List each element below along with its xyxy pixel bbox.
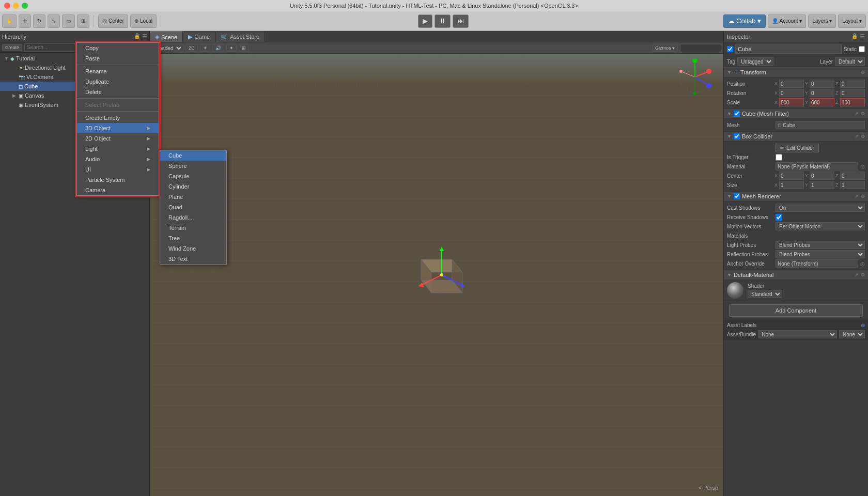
submenu-item-quad[interactable]: Quad bbox=[160, 202, 226, 212]
receive-shadows-checkbox[interactable] bbox=[776, 214, 782, 221]
inspector-lock-icon[interactable]: 🔒 bbox=[851, 33, 858, 40]
lighting-button[interactable]: ☀ bbox=[200, 44, 210, 52]
menu-item-duplicate[interactable]: Duplicate bbox=[77, 76, 159, 87]
position-y-input[interactable] bbox=[810, 80, 834, 88]
asset-bundle-dropdown[interactable]: None bbox=[758, 330, 837, 338]
tab-game[interactable]: ▶ Game bbox=[183, 32, 215, 42]
close-button[interactable] bbox=[4, 3, 10, 9]
layout-button[interactable]: Layout ▾ bbox=[838, 14, 866, 28]
inspector-menu-icon[interactable]: ☰ bbox=[860, 33, 865, 40]
cast-shadows-dropdown[interactable]: On bbox=[776, 204, 865, 212]
mesh-renderer-enabled[interactable] bbox=[734, 193, 740, 199]
rotation-x-input[interactable] bbox=[779, 89, 804, 97]
submenu-item-3d-text[interactable]: 3D Text bbox=[160, 254, 226, 264]
menu-item-2d-object[interactable]: 2D Object ▶ bbox=[77, 133, 159, 144]
menu-item-copy[interactable]: Copy bbox=[77, 43, 159, 53]
position-x-input[interactable] bbox=[779, 80, 804, 88]
position-z-input[interactable] bbox=[840, 80, 865, 88]
transform-tool[interactable]: ⊞ bbox=[77, 14, 89, 28]
scale-x-input[interactable] bbox=[779, 98, 804, 106]
2d-button[interactable]: 2D bbox=[185, 44, 198, 52]
edit-collider-button[interactable]: ✏ Edit Collider bbox=[776, 144, 819, 152]
material-header[interactable]: ▼ Default-Material ↗ ⚙ bbox=[724, 270, 868, 280]
object-name-input[interactable] bbox=[735, 44, 842, 54]
local-button[interactable]: ⊕ Local bbox=[130, 14, 157, 28]
motion-vectors-dropdown[interactable]: Per Object Motion bbox=[776, 222, 865, 230]
pause-button[interactable]: ⏸ bbox=[435, 14, 451, 28]
box-collider-header[interactable]: ▼ Box Collider ↗ ⚙ bbox=[724, 132, 868, 142]
scale-y-input[interactable] bbox=[810, 98, 834, 106]
menu-item-paste[interactable]: Paste bbox=[77, 53, 159, 64]
account-button[interactable]: 👤 Account ▾ bbox=[768, 14, 806, 28]
move-tool[interactable]: ✛ bbox=[19, 14, 31, 28]
submenu-item-wind-zone[interactable]: Wind Zone bbox=[160, 243, 226, 254]
scene-viewport[interactable]: < Persp bbox=[150, 54, 723, 496]
effects-button[interactable]: ✦ bbox=[226, 44, 237, 52]
collider-sy-input[interactable] bbox=[810, 181, 834, 189]
center-button[interactable]: ◎ Center bbox=[98, 14, 128, 28]
box-collider-settings-icon[interactable]: ⚙ bbox=[861, 134, 865, 139]
material-shader-dropdown[interactable]: Standard bbox=[748, 290, 782, 298]
tab-asset-store[interactable]: 🛒 Asset Store bbox=[215, 32, 265, 42]
rotation-y-input[interactable] bbox=[810, 89, 834, 97]
collider-cx-input[interactable] bbox=[779, 172, 804, 180]
submenu-item-terrain[interactable]: Terrain bbox=[160, 223, 226, 233]
menu-item-3d-object[interactable]: 3D Object ▶ bbox=[77, 123, 159, 133]
scene-search-input[interactable] bbox=[680, 44, 721, 52]
add-component-button[interactable]: Add Component bbox=[729, 304, 863, 317]
submenu-item-cube[interactable]: Cube bbox=[160, 150, 226, 161]
collider-cz-input[interactable] bbox=[840, 172, 865, 180]
mesh-renderer-settings-icon[interactable]: ⚙ bbox=[861, 194, 865, 199]
collider-sx-input[interactable] bbox=[779, 181, 804, 189]
hierarchy-menu-icon[interactable]: ☰ bbox=[142, 33, 147, 40]
asset-bundle-variant-dropdown[interactable]: None bbox=[839, 330, 865, 338]
menu-item-delete[interactable]: Delete bbox=[77, 87, 159, 97]
inspector-scroll[interactable]: Static Tag Untagged Layer Default ▼ ⊹ Tr… bbox=[724, 42, 868, 496]
box-collider-enabled[interactable] bbox=[734, 133, 740, 140]
menu-item-camera[interactable]: Camera bbox=[77, 185, 159, 195]
menu-item-create-empty[interactable]: Create Empty bbox=[77, 113, 159, 123]
submenu-item-capsule[interactable]: Capsule bbox=[160, 171, 226, 181]
sound-button[interactable]: 🔊 bbox=[212, 44, 224, 52]
rotate-tool[interactable]: ↻ bbox=[33, 14, 45, 28]
scale-z-input[interactable] bbox=[840, 98, 865, 106]
menu-item-light[interactable]: Light ▶ bbox=[77, 144, 159, 154]
menu-item-ui[interactable]: UI ▶ bbox=[77, 164, 159, 175]
mesh-filter-enabled[interactable] bbox=[734, 111, 740, 117]
menu-item-audio[interactable]: Audio ▶ bbox=[77, 154, 159, 164]
layer-dropdown[interactable]: Default bbox=[835, 57, 865, 66]
tag-dropdown[interactable]: Untagged bbox=[737, 57, 773, 66]
resolution-button[interactable]: ⊞ bbox=[239, 44, 249, 52]
mesh-renderer-header[interactable]: ▼ Mesh Renderer ↗ ⚙ bbox=[724, 192, 868, 202]
maximize-button[interactable] bbox=[22, 3, 28, 9]
light-probes-dropdown[interactable]: Blend Probes bbox=[776, 241, 865, 249]
tab-scene[interactable]: ◈ Scene bbox=[150, 32, 183, 42]
reflection-probes-dropdown[interactable]: Blend Probes bbox=[776, 250, 865, 258]
material-edit-icon[interactable]: ↗ bbox=[855, 272, 859, 277]
minimize-button[interactable] bbox=[13, 3, 19, 9]
submenu-item-plane[interactable]: Plane bbox=[160, 192, 226, 202]
scale-tool[interactable]: ⤡ bbox=[48, 14, 60, 28]
box-collider-edit-icon[interactable]: ↗ bbox=[855, 134, 859, 139]
collider-material-select-icon[interactable]: ◎ bbox=[860, 164, 865, 169]
submenu-item-ragdoll[interactable]: Ragdoll... bbox=[160, 212, 226, 223]
play-button[interactable]: ▶ bbox=[418, 14, 432, 28]
material-settings-icon[interactable]: ⚙ bbox=[861, 272, 865, 277]
submenu-item-sphere[interactable]: Sphere bbox=[160, 161, 226, 171]
collider-sz-input[interactable] bbox=[840, 181, 865, 189]
collider-cy-input[interactable] bbox=[810, 172, 834, 180]
is-trigger-checkbox[interactable] bbox=[776, 154, 782, 161]
submenu-item-cylinder[interactable]: Cylinder bbox=[160, 181, 226, 192]
anchor-override-select-icon[interactable]: ◎ bbox=[860, 261, 865, 267]
object-enabled-checkbox[interactable] bbox=[727, 46, 733, 52]
transform-settings-icon[interactable]: ⚙ bbox=[861, 70, 865, 75]
rotation-z-input[interactable] bbox=[840, 89, 865, 97]
transform-header[interactable]: ▼ ⊹ Transform ⚙ bbox=[724, 67, 868, 78]
rect-tool[interactable]: ▭ bbox=[62, 14, 75, 28]
collab-button[interactable]: ☁ Collab ▾ bbox=[723, 14, 766, 28]
mesh-filter-header[interactable]: ▼ Cube (Mesh Filter) ↗ ⚙ bbox=[724, 109, 868, 119]
window-controls[interactable] bbox=[4, 3, 28, 9]
gizmos-button[interactable]: Gizmos ▾ bbox=[652, 44, 678, 52]
hierarchy-create-button[interactable]: Create bbox=[2, 44, 22, 51]
hand-tool[interactable]: ✋ bbox=[2, 14, 17, 28]
